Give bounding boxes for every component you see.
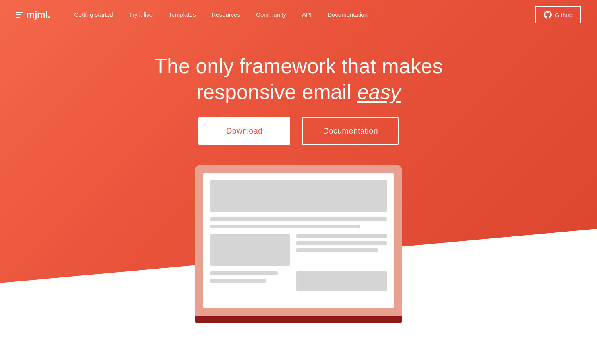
hero-content: The only framework that makes responsive… <box>0 29 597 339</box>
hero-section: mjml. Getting started Try it live Templa… <box>0 0 597 364</box>
screen-bottom-right <box>296 271 387 291</box>
screen-bottom-left <box>210 271 290 291</box>
screen-line-2 <box>210 225 360 228</box>
download-button[interactable]: Download <box>198 117 290 145</box>
screen-two-col <box>210 234 387 266</box>
nav-links: Getting started Try it live Templates Re… <box>66 11 535 18</box>
screen-col-right <box>296 234 387 266</box>
screen-bottom-line-1 <box>210 271 278 275</box>
nav-templates[interactable]: Templates <box>161 11 204 18</box>
logo-icon <box>16 12 23 18</box>
screen-img-top <box>210 180 387 212</box>
laptop-screen-inner <box>203 173 394 308</box>
laptop-illustration <box>0 165 597 323</box>
logo-bars <box>16 12 23 18</box>
screen-col-left <box>210 234 290 266</box>
github-button[interactable]: Github <box>535 6 581 23</box>
screen-right-line-3 <box>296 248 378 252</box>
nav-api[interactable]: API <box>294 11 320 18</box>
documentation-button[interactable]: Documentation <box>302 117 398 145</box>
nav-resources[interactable]: Resources <box>204 11 248 18</box>
hero-buttons: Download Documentation <box>0 117 597 145</box>
logo-bar-2 <box>16 14 21 15</box>
screen-bottom-line-2 <box>210 279 266 283</box>
screen-bottom-row <box>210 271 387 291</box>
nav-getting-started[interactable]: Getting started <box>66 11 121 18</box>
logo-bar-1 <box>16 12 23 13</box>
hero-title-line1: The only framework that makes <box>154 54 442 77</box>
screen-right-line-1 <box>296 234 387 238</box>
logo-text: mjml. <box>26 9 50 20</box>
hero-title-line2: responsive email easy <box>196 80 401 103</box>
nav-community[interactable]: Community <box>248 11 294 18</box>
logo[interactable]: mjml. <box>16 9 50 20</box>
hero-title: The only framework that makes responsive… <box>0 53 597 105</box>
laptop-screen-outer <box>195 165 402 316</box>
screen-img-bottom <box>296 271 387 291</box>
screen-line-1 <box>210 217 387 221</box>
nav-documentation[interactable]: Documentation <box>320 11 376 18</box>
laptop-container <box>195 165 402 323</box>
screen-right-line-2 <box>296 241 387 245</box>
logo-bar-3 <box>16 17 20 18</box>
laptop-base <box>195 316 402 323</box>
screen-img-small <box>210 234 290 266</box>
github-icon <box>544 11 552 19</box>
github-label: Github <box>555 12 572 18</box>
navbar: mjml. Getting started Try it live Templa… <box>0 0 597 29</box>
nav-try-it-live[interactable]: Try it live <box>121 11 161 18</box>
hero-title-emphasis: easy <box>357 80 401 103</box>
